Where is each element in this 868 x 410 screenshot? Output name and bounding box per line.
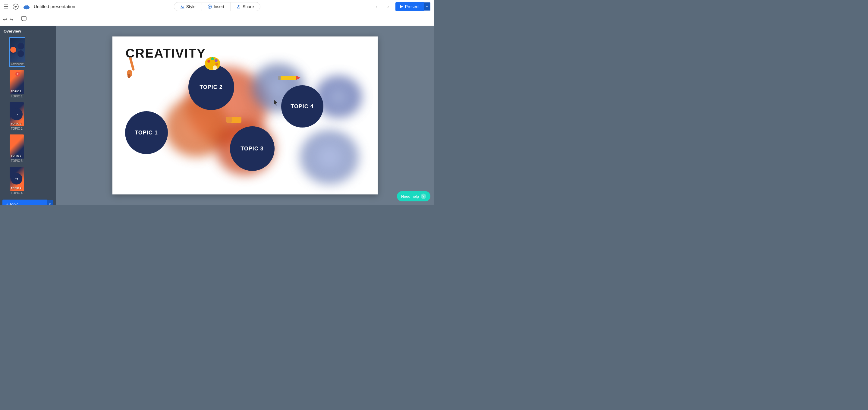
- slide-3-thumb-label: TOPIC 3: [11, 154, 22, 157]
- svg-point-17: [215, 59, 218, 62]
- slide-thumb-3-inner: TOPIC 3: [10, 135, 24, 158]
- slide-3-label: TOPIC 3: [10, 158, 24, 163]
- blob-container: [155, 61, 372, 187]
- svg-rect-21: [280, 76, 296, 80]
- present-dropdown-button[interactable]: ▾: [424, 2, 430, 10]
- svg-rect-9: [129, 57, 134, 71]
- slide-2-label: TOPIC 2: [10, 126, 24, 131]
- add-topic-area: + Topic ▾: [0, 197, 56, 205]
- ov-circle2: [18, 43, 24, 50]
- paintbrush-icon: [125, 57, 140, 78]
- slide-badge-1: 7: [16, 72, 20, 77]
- need-help-button[interactable]: Need help ?: [397, 191, 430, 201]
- style-button[interactable]: Style: [174, 2, 202, 11]
- slide-thumb-overview[interactable]: Overview: [9, 37, 25, 67]
- add-topic-button-group: + Topic ▾: [2, 200, 53, 205]
- insert-icon: [208, 4, 212, 9]
- add-topic-main-button[interactable]: + Topic: [2, 200, 47, 205]
- slide-thumb-1[interactable]: 7 TOPIC 1 TOPIC 1: [9, 69, 24, 99]
- add-topic-dropdown-button[interactable]: ▾: [47, 200, 53, 205]
- slide-thumb-4[interactable]: T4 TOPIC 4 TOPIC 4: [9, 166, 24, 196]
- next-slide-button[interactable]: ›: [384, 2, 393, 11]
- slide-2-thumb-label: TOPIC 2: [11, 122, 22, 125]
- topic1-circle[interactable]: TOPIC 1: [125, 111, 168, 154]
- main-layout: Overview Overview: [0, 26, 434, 205]
- slide-2-circle: T2: [10, 108, 23, 120]
- canvas-area: CREATIVITY: [56, 26, 434, 205]
- toolbar-divider: [17, 17, 17, 23]
- svg-rect-20: [226, 117, 232, 123]
- pencil-icon: [278, 73, 298, 82]
- topic4-circle[interactable]: TOPIC 4: [281, 85, 323, 127]
- svg-point-18: [215, 63, 218, 66]
- slide-thumb-3[interactable]: TOPIC 3 TOPIC 3: [9, 134, 24, 164]
- ov-circle1: [10, 46, 16, 54]
- slide-canvas[interactable]: CREATIVITY: [113, 36, 378, 195]
- slide-1-label: TOPIC 1: [10, 94, 24, 98]
- help-icon: ?: [421, 194, 426, 199]
- overview-mini-content: [11, 39, 23, 60]
- redo-button[interactable]: ↪: [9, 17, 13, 22]
- topic3-circle[interactable]: TOPIC 3: [230, 126, 275, 171]
- topbar-right: ‹ › Present ▾: [373, 2, 430, 11]
- blob-blue-2: [299, 130, 360, 184]
- comment-button[interactable]: [21, 16, 27, 23]
- slide-row-1: 1 7 TOPIC 1 TOPIC 1: [0, 68, 56, 100]
- slide-4-label: TOPIC 4: [10, 191, 24, 195]
- sidebar: Overview Overview: [0, 26, 56, 205]
- play-icon: [400, 5, 403, 8]
- paint-palette-icon: [204, 54, 221, 72]
- svg-point-15: [207, 60, 210, 63]
- eraser-icon: [226, 115, 244, 124]
- slide-thumb-overview-inner: [10, 38, 25, 62]
- secondbar: ↩ ↪: [0, 13, 434, 26]
- svg-rect-23: [278, 76, 281, 80]
- slide-row-2: 2 T2 TOPIC 2 TOPIC 2: [0, 100, 56, 133]
- slide-4-circle: T4: [11, 173, 22, 184]
- slide-row-3: 3 TOPIC 3 TOPIC 3: [0, 133, 56, 165]
- slide-thumb-2[interactable]: T2 TOPIC 2 TOPIC 2: [9, 101, 24, 131]
- presentation-title[interactable]: Untitled presentation: [34, 4, 75, 9]
- topbar: ☰ Untitled presentation Style: [0, 0, 434, 13]
- svg-point-11: [127, 74, 130, 78]
- comment-icon: [21, 16, 27, 22]
- style-icon: [180, 4, 184, 9]
- ov-inner1: [10, 47, 16, 53]
- undo-button[interactable]: ↩: [3, 17, 7, 22]
- ov-circles-right: [18, 43, 24, 57]
- slide-row-4: 4 T4 TOPIC 4 TOPIC 4: [0, 165, 56, 197]
- svg-marker-7: [400, 5, 403, 8]
- slide-row-overview: Overview: [0, 36, 56, 68]
- slide-1-thumb-label: TOPIC 1: [11, 90, 22, 93]
- svg-marker-22: [296, 76, 301, 80]
- svg-point-3: [26, 5, 29, 8]
- share-icon: [237, 4, 241, 9]
- slide-thumb-2-inner: T2 TOPIC 2: [10, 102, 24, 126]
- svg-rect-8: [22, 17, 26, 20]
- slide-4-thumb-label: TOPIC 4: [11, 186, 22, 189]
- present-main-button[interactable]: Present: [396, 2, 424, 11]
- menu-icon[interactable]: ☰: [4, 3, 8, 10]
- sidebar-header: Overview: [0, 28, 56, 36]
- insert-button[interactable]: Insert: [202, 2, 230, 11]
- overview-label: Overview: [10, 62, 25, 66]
- prev-slide-button[interactable]: ‹: [373, 2, 381, 11]
- ov-circle3: [18, 50, 24, 57]
- svg-point-16: [211, 57, 214, 60]
- logo-icon: [12, 3, 19, 10]
- topbar-center: Style Insert Share: [174, 2, 260, 11]
- cloud-icon: [23, 3, 30, 10]
- present-button-group: Present ▾: [396, 2, 430, 11]
- svg-point-14: [213, 65, 217, 70]
- slide-thumb-4-inner: T4 TOPIC 4: [10, 167, 24, 191]
- share-button[interactable]: Share: [230, 2, 260, 11]
